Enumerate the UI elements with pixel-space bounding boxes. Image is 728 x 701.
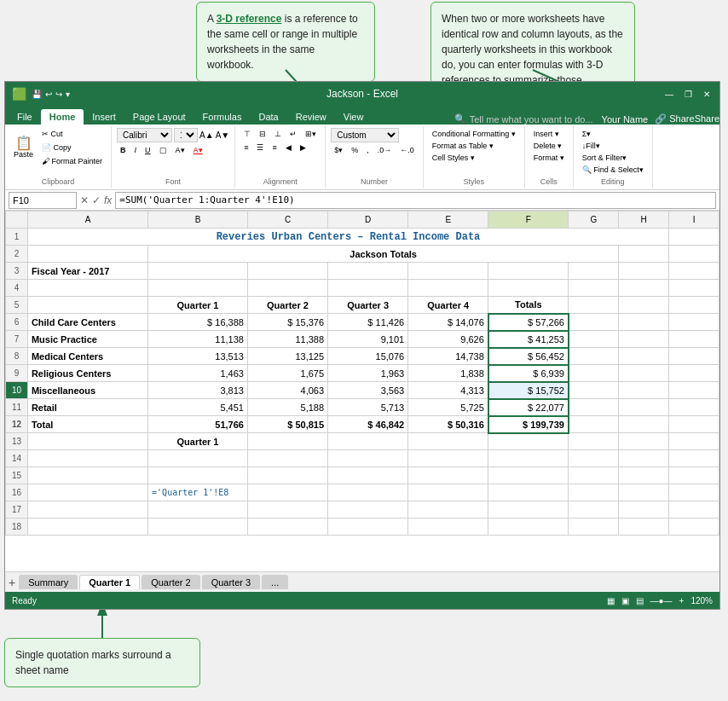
cell-B9[interactable]: 1,463 xyxy=(148,365,248,382)
cell-B5[interactable]: Quarter 1 xyxy=(148,297,248,314)
cell-B12[interactable]: 51,766 xyxy=(148,416,248,433)
zoom-slider[interactable]: —●— xyxy=(650,596,673,605)
col-B[interactable]: B xyxy=(148,211,248,229)
format-as-table-button[interactable]: Format as Table ▾ xyxy=(429,140,519,152)
cell-E10[interactable]: 4,313 xyxy=(408,382,488,399)
add-sheet-button[interactable]: + xyxy=(9,576,15,589)
insert-function-icon[interactable]: fx xyxy=(104,194,112,206)
close-button[interactable]: ✕ xyxy=(701,88,713,100)
normal-view-icon[interactable]: ▦ xyxy=(607,596,615,605)
save-icon[interactable]: 💾 xyxy=(32,90,42,99)
cell-D10[interactable]: 3,563 xyxy=(328,382,408,399)
cell-C7[interactable]: 11,388 xyxy=(247,331,327,348)
cell-B10[interactable]: 3,813 xyxy=(148,382,248,399)
align-bottom-button[interactable]: ⊥ xyxy=(271,128,285,140)
col-H[interactable]: H xyxy=(619,211,669,229)
cell-D6[interactable]: $ 11,426 xyxy=(328,314,408,331)
tab-review[interactable]: Review xyxy=(287,109,335,125)
align-top-button[interactable]: ⊤ xyxy=(240,128,254,140)
align-center-button[interactable]: ☰ xyxy=(253,142,267,154)
tab-more[interactable]: ... xyxy=(262,575,288,589)
cell-A3[interactable]: Fiscal Year - 2017 xyxy=(27,263,147,280)
tab-insert[interactable]: Insert xyxy=(84,109,124,125)
format-painter-button[interactable]: 🖌 Format Painter xyxy=(38,155,106,167)
wrap-text-button[interactable]: ↵ xyxy=(286,128,300,140)
cell-C10[interactable]: 4,063 xyxy=(247,382,327,399)
cell-E8[interactable]: 14,738 xyxy=(408,348,488,365)
copy-button[interactable]: 📄 Copy xyxy=(38,142,106,154)
currency-button[interactable]: $▾ xyxy=(331,144,346,156)
undo-icon[interactable]: ↩ xyxy=(45,90,52,99)
page-layout-icon[interactable]: ▣ xyxy=(621,596,629,605)
cell-D9[interactable]: 1,963 xyxy=(328,365,408,382)
underline-button[interactable]: U xyxy=(142,144,154,156)
redo-icon[interactable]: ↪ xyxy=(55,90,62,99)
decrease-decimal-button[interactable]: ←.0 xyxy=(396,144,418,156)
cell-B8[interactable]: 13,513 xyxy=(148,348,248,365)
cell-D5[interactable]: Quarter 3 xyxy=(328,297,408,314)
cell-D8[interactable]: 15,076 xyxy=(328,348,408,365)
tell-me-bar[interactable]: 🔍 Tell me what you want to do... xyxy=(454,113,593,125)
formula-confirm-icon[interactable]: ✓ xyxy=(92,194,101,206)
fill-color-button[interactable]: A▾ xyxy=(172,144,188,156)
font-color-button[interactable]: A▾ xyxy=(190,144,206,156)
cell-C5[interactable]: Quarter 2 xyxy=(247,297,327,314)
col-I[interactable]: I xyxy=(669,211,719,229)
cell-C9[interactable]: 1,675 xyxy=(247,365,327,382)
cell-B6[interactable]: $ 16,388 xyxy=(148,314,248,331)
col-A[interactable]: A xyxy=(27,211,147,229)
tab-formulas[interactable]: Formulas xyxy=(194,109,251,125)
page-break-icon[interactable]: ▤ xyxy=(636,596,644,605)
fill-button[interactable]: ↓Fill▾ xyxy=(579,140,647,152)
number-format-select[interactable]: Custom xyxy=(331,128,399,142)
border-button[interactable]: ▢ xyxy=(156,144,170,156)
share-button[interactable]: 🔗 ShareShare xyxy=(655,113,719,125)
font-shrink-icon[interactable]: A▼ xyxy=(216,130,230,140)
cell-B2[interactable]: Jackson Totals xyxy=(148,246,619,263)
cell-A6[interactable]: Child Care Centers xyxy=(27,314,147,331)
cell-F5[interactable]: Totals xyxy=(488,297,569,314)
cell-C12[interactable]: $ 50,815 xyxy=(247,416,327,433)
tab-page-layout[interactable]: Page Layout xyxy=(124,109,194,125)
cell-A8[interactable]: Medical Centers xyxy=(27,348,147,365)
tab-home[interactable]: Home xyxy=(41,109,84,125)
cell-F10[interactable]: $ 15,752 xyxy=(488,382,569,399)
comma-button[interactable]: , xyxy=(363,144,373,156)
format-cell-button[interactable]: Format ▾ xyxy=(530,152,568,164)
align-middle-button[interactable]: ⊟ xyxy=(256,128,269,140)
cell-A10[interactable]: Miscellaneous xyxy=(27,382,147,399)
delete-cell-button[interactable]: Delete ▾ xyxy=(530,140,568,152)
cell-A12[interactable]: Total xyxy=(27,416,147,433)
tab-summary[interactable]: Summary xyxy=(19,575,78,589)
tab-quarter1[interactable]: Quarter 1 xyxy=(79,575,140,589)
tab-data[interactable]: Data xyxy=(250,109,286,125)
cell-F8[interactable]: $ 56,452 xyxy=(488,348,569,365)
align-left-button[interactable]: ≡ xyxy=(240,142,251,154)
cell-E7[interactable]: 9,626 xyxy=(408,331,488,348)
cell-B11[interactable]: 5,451 xyxy=(148,399,248,416)
paste-button[interactable]: 📋 Paste xyxy=(10,135,37,160)
cell-F9[interactable]: $ 6,939 xyxy=(488,365,569,382)
cell-E6[interactable]: $ 14,076 xyxy=(408,314,488,331)
indent-increase-button[interactable]: ▶ xyxy=(297,142,309,154)
tab-file[interactable]: File xyxy=(9,109,41,125)
formula-cancel-icon[interactable]: ✕ xyxy=(80,194,89,206)
cell-C6[interactable]: $ 15,376 xyxy=(247,314,327,331)
italic-button[interactable]: I xyxy=(131,144,141,156)
cell-B16[interactable]: ='Quarter 1'!E8 xyxy=(148,484,248,501)
bold-button[interactable]: B xyxy=(117,144,130,156)
font-size-select[interactable]: 11 xyxy=(174,128,198,142)
cell-E5[interactable]: Quarter 4 xyxy=(408,297,488,314)
cell-E12[interactable]: $ 50,316 xyxy=(408,416,488,433)
name-box[interactable]: F10 xyxy=(9,192,77,209)
cell-F7[interactable]: $ 41,253 xyxy=(488,331,569,348)
cell-E9[interactable]: 1,838 xyxy=(408,365,488,382)
cut-button[interactable]: ✂ Cut xyxy=(38,128,106,140)
font-grow-icon[interactable]: A▲ xyxy=(199,130,214,140)
insert-cell-button[interactable]: Insert ▾ xyxy=(530,128,568,140)
cell-A11[interactable]: Retail xyxy=(27,399,147,416)
find-select-button[interactable]: 🔍 Find & Select▾ xyxy=(579,164,647,176)
col-D[interactable]: D xyxy=(328,211,408,229)
cell-F6[interactable]: $ 57,266 xyxy=(488,314,569,331)
cell-D7[interactable]: 9,101 xyxy=(328,331,408,348)
